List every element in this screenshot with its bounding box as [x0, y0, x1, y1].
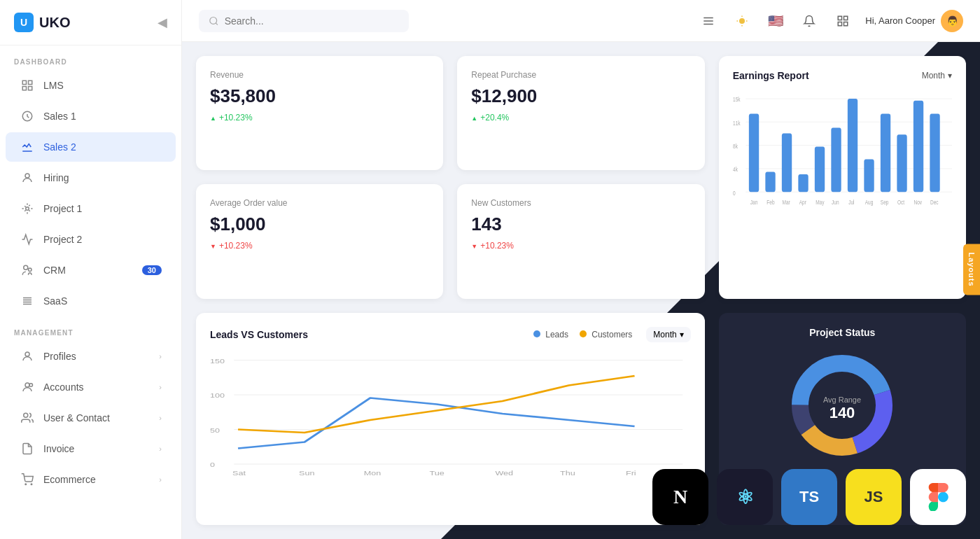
sidebar-item-profiles[interactable]: Profiles ›: [6, 342, 176, 371]
apps-icon[interactable]: [832, 10, 854, 32]
svg-rect-46: [864, 159, 874, 192]
sidebar-item-ecommerce[interactable]: Ecommerce ›: [6, 465, 176, 494]
svg-text:Wed: Wed: [495, 469, 513, 476]
sidebar-item-crm[interactable]: CRM 30: [6, 255, 176, 285]
sidebar-item-sales1[interactable]: Sales 1: [6, 102, 176, 131]
sidebar-item-sales1-label: Sales 1: [43, 111, 76, 122]
sidebar-item-hiring[interactable]: Hiring: [6, 163, 176, 192]
svg-rect-42: [798, 174, 808, 192]
revenue-arrow-up-icon: [210, 113, 216, 122]
avg-order-arrow-down-icon: [210, 241, 216, 251]
leads-chart-card: Leads VS Customers Leads Customers: [196, 313, 705, 525]
repeat-purchase-label: Repeat Purchase: [471, 70, 690, 80]
accounts-icon: [20, 379, 35, 395]
main-content: 🇺🇸 Hi, Aaron Cooper 👨 Revenue $35,800: [182, 0, 980, 539]
customers-legend-label: Customers: [592, 330, 632, 340]
svg-text:Nov: Nov: [913, 199, 922, 206]
user-greeting: Hi, Aaron Cooper: [865, 15, 935, 26]
sidebar-item-usercontact[interactable]: User & Contact ›: [6, 403, 176, 433]
user-avatar: 👨: [941, 10, 963, 32]
revenue-card: Revenue $35,800 +10.23%: [196, 56, 443, 170]
svg-text:Fri: Fri: [626, 469, 636, 476]
svg-rect-3: [29, 87, 32, 90]
repeat-purchase-value: $12,900: [471, 85, 690, 107]
svg-text:4k: 4k: [733, 166, 738, 173]
user-info[interactable]: Hi, Aaron Cooper 👨: [865, 10, 963, 32]
svg-point-7: [24, 265, 28, 270]
tech-icons-row: N ⚛ TS JS: [652, 469, 966, 525]
new-customers-value: 143: [471, 214, 690, 235]
logo: U UKO: [14, 13, 70, 32]
project2-icon: [20, 232, 35, 247]
avg-order-change: +10.23%: [210, 241, 429, 251]
language-icon[interactable]: 🇺🇸: [764, 10, 787, 32]
earnings-filter[interactable]: Month ▾: [922, 71, 952, 80]
profiles-icon: [20, 349, 35, 364]
svg-point-15: [210, 17, 217, 24]
leads-chart-header: Leads VS Customers Leads Customers: [210, 327, 691, 342]
svg-rect-25: [839, 16, 842, 20]
hiring-icon: [20, 170, 35, 186]
sidebar-item-accounts[interactable]: Accounts ›: [6, 372, 176, 402]
leads-filter-chevron: ▾: [680, 330, 684, 340]
content-grid: Revenue $35,800 +10.23% Repeat Purchase …: [182, 42, 980, 539]
svg-point-6: [26, 207, 29, 211]
svg-text:Oct: Oct: [897, 199, 905, 206]
figma-icon[interactable]: [910, 469, 966, 525]
avg-order-card: Average Order value $1,000 +10.23%: [196, 184, 443, 298]
svg-rect-50: [930, 114, 939, 192]
sidebar-item-saas-label: SaaS: [43, 295, 67, 307]
svg-text:Dec: Dec: [930, 199, 939, 206]
sidebar-item-project1[interactable]: Project 1: [6, 194, 176, 223]
sidebar-item-sales2[interactable]: Sales 2: [6, 132, 176, 162]
sidebar-collapse-button[interactable]: ◀: [158, 15, 167, 30]
logo-text: UKO: [39, 15, 70, 31]
dashboard-section-label: DASHBOARD: [0, 46, 181, 70]
project-status-donut: Avg Range 140: [786, 349, 898, 461]
svg-text:May: May: [816, 199, 824, 206]
leads-chart-title: Leads VS Customers: [210, 329, 308, 340]
earnings-title: Earnings Report: [733, 70, 809, 81]
svg-text:Jun: Jun: [832, 199, 839, 206]
sidebar-item-sales2-label: Sales 2: [43, 141, 76, 153]
svg-rect-47: [881, 114, 890, 192]
svg-text:100: 100: [210, 391, 225, 398]
earnings-header: Earnings Report Month ▾: [733, 70, 952, 81]
sidebar-item-lms[interactable]: LMS: [6, 71, 176, 100]
svg-text:Jan: Jan: [750, 199, 757, 206]
svg-text:Aug: Aug: [864, 199, 873, 206]
react-icon[interactable]: ⚛: [717, 469, 773, 525]
svg-text:Thu: Thu: [560, 469, 575, 476]
avg-order-change-value: +10.23%: [219, 241, 253, 251]
revenue-label: Revenue: [210, 70, 429, 80]
sidebar-item-project2[interactable]: Project 2: [6, 225, 176, 254]
svg-text:Sun: Sun: [299, 469, 314, 476]
svg-rect-28: [844, 22, 848, 25]
menu-icon[interactable]: [697, 10, 720, 32]
avg-order-label: Average Order value: [210, 198, 429, 208]
svg-line-16: [216, 22, 218, 24]
svg-rect-41: [782, 134, 792, 192]
customers-legend-item: Customers: [580, 330, 632, 340]
javascript-icon[interactable]: JS: [846, 469, 902, 525]
theme-icon[interactable]: [731, 10, 753, 32]
revenue-change-value: +10.23%: [219, 113, 253, 122]
leads-legend-item: Leads: [533, 330, 568, 340]
header-icons: 🇺🇸 Hi, Aaron Cooper 👨: [697, 10, 963, 32]
svg-rect-26: [844, 16, 848, 20]
leads-legend-label: Leads: [545, 330, 568, 340]
sidebar-item-ecommerce-label: Ecommerce: [43, 474, 96, 485]
leads-filter[interactable]: Month ▾: [646, 327, 690, 342]
layouts-tab[interactable]: Layouts: [963, 244, 980, 295]
search-bar[interactable]: [199, 10, 409, 32]
sidebar-item-invoice[interactable]: Invoice ›: [6, 434, 176, 463]
search-input[interactable]: [225, 15, 399, 27]
svg-text:Feb: Feb: [766, 199, 775, 206]
notification-icon[interactable]: [798, 10, 820, 32]
typescript-icon[interactable]: TS: [781, 469, 837, 525]
svg-point-8: [29, 268, 32, 272]
new-customers-label: New Customers: [471, 198, 690, 208]
nextjs-icon[interactable]: N: [652, 469, 708, 525]
sidebar-item-saas[interactable]: SaaS: [6, 286, 176, 316]
accounts-chevron-icon: ›: [159, 383, 162, 391]
